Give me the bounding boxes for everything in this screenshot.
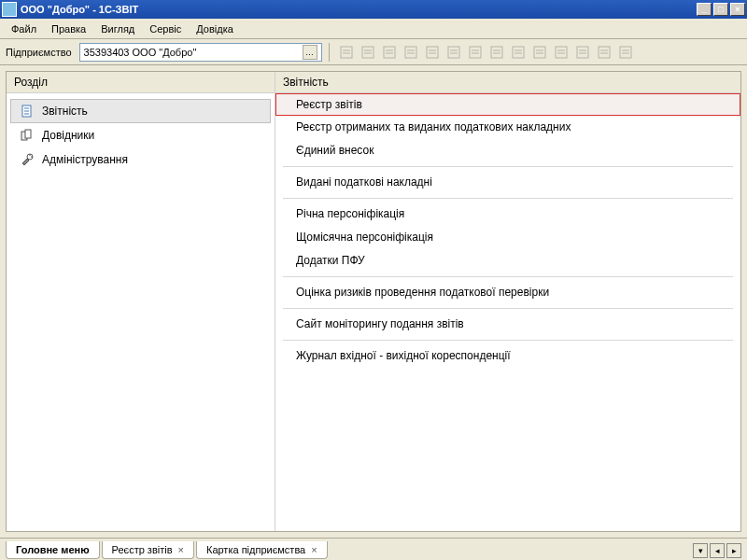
- list-item[interactable]: Оцінка ризиків проведення податкової пер…: [275, 281, 740, 304]
- svg-rect-3: [362, 47, 374, 58]
- right-panel-header: Звітність: [275, 72, 740, 93]
- tab-label: Реєстр звітів: [112, 544, 173, 555]
- enterprise-picker-button[interactable]: …: [303, 45, 317, 60]
- toolbar-separator: [329, 43, 330, 62]
- paste-icon[interactable]: [422, 42, 443, 63]
- list-item[interactable]: Річна персоніфікація: [275, 203, 740, 226]
- maximize-button[interactable]: □: [713, 3, 728, 16]
- toolbar-icons: [336, 42, 636, 63]
- svg-rect-27: [534, 47, 545, 58]
- svg-rect-12: [427, 47, 438, 58]
- tabs-container: Головне менюРеєстр звітів×Картка підприє…: [6, 542, 330, 560]
- tabs-bar: Головне менюРеєстр звітів×Картка підприє…: [0, 538, 747, 560]
- sidebar-item-label: Довідники: [42, 129, 94, 142]
- tab[interactable]: Реєстр звітів×: [102, 541, 194, 559]
- window-titlebar: ООО "Добро" - 1С-ЗВІТ _ □ ×: [0, 0, 747, 19]
- menubar: Файл Правка Вигляд Сервіс Довідка: [0, 19, 747, 39]
- tab-close-icon[interactable]: ×: [178, 544, 184, 555]
- sidebar-item-label: Звітність: [42, 105, 88, 118]
- tabs-menu-button[interactable]: ▾: [693, 543, 708, 558]
- list-item[interactable]: Реєстр отриманих та виданих податкових н…: [275, 116, 740, 139]
- svg-rect-0: [341, 47, 352, 58]
- tabs-scroll-right[interactable]: ▸: [726, 543, 741, 558]
- group-separator: [283, 308, 733, 309]
- cut-icon[interactable]: [594, 42, 614, 63]
- tab[interactable]: Головне меню: [6, 541, 100, 559]
- svg-rect-6: [384, 47, 395, 58]
- help-icon[interactable]: [615, 42, 636, 63]
- svg-rect-36: [599, 47, 610, 58]
- filter-icon[interactable]: [572, 42, 593, 63]
- group-separator: [283, 166, 733, 167]
- print-icon[interactable]: [444, 42, 464, 63]
- copy-icon[interactable]: [379, 42, 400, 63]
- enterprise-label: Підприємство: [6, 47, 72, 58]
- sidebar-item-references[interactable]: Довідники: [10, 123, 271, 147]
- window-controls: _ □ ×: [697, 3, 745, 16]
- sidebar-item-tools[interactable]: Адміністрування: [10, 147, 271, 172]
- edit-icon[interactable]: [358, 42, 378, 63]
- find-icon[interactable]: [551, 42, 571, 63]
- list-item[interactable]: Реєстр звітів: [275, 93, 740, 116]
- enterprise-value: 35393403 ООО "Добро": [84, 47, 197, 58]
- app-icon: [2, 2, 17, 17]
- references-icon: [20, 128, 35, 143]
- open-icon[interactable]: [401, 42, 421, 63]
- svg-rect-30: [556, 47, 567, 58]
- svg-rect-24: [513, 47, 524, 58]
- globe-icon[interactable]: [465, 42, 486, 63]
- toolbar: Підприємство 35393403 ООО "Добро" …: [0, 39, 747, 65]
- list-item[interactable]: Додатки ПФУ: [275, 249, 740, 273]
- menu-service[interactable]: Сервіс: [142, 21, 189, 37]
- enterprise-input[interactable]: 35393403 ООО "Добро" …: [79, 43, 322, 62]
- group-separator: [283, 198, 733, 199]
- tabs-scroll-left[interactable]: ◂: [710, 543, 725, 558]
- list-item[interactable]: Сайт моніторингу подання звітів: [275, 313, 740, 336]
- close-button[interactable]: ×: [730, 3, 745, 16]
- menu-help[interactable]: Довідка: [189, 21, 241, 37]
- svg-rect-18: [470, 47, 481, 58]
- right-panel-body: Реєстр звітівРеєстр отриманих та виданих…: [275, 93, 740, 368]
- main-area: Розділ ЗвітністьДовідникиАдміністрування…: [0, 65, 747, 538]
- left-panel: Розділ ЗвітністьДовідникиАдміністрування: [7, 72, 275, 531]
- tabs-scroll: ▾ ◂ ▸: [693, 543, 741, 560]
- right-panel: Звітність Реєстр звітівРеєстр отриманих …: [275, 72, 740, 531]
- svg-rect-33: [577, 47, 588, 58]
- svg-rect-9: [405, 47, 416, 58]
- tab-label: Головне меню: [16, 544, 90, 555]
- window-title: ООО "Добро" - 1С-ЗВІТ: [21, 4, 697, 15]
- menu-edit[interactable]: Правка: [44, 21, 93, 37]
- group-separator: [283, 276, 733, 277]
- tab[interactable]: Картка підприємства×: [196, 541, 328, 559]
- svg-rect-15: [448, 47, 459, 58]
- sidebar-item-label: Адміністрування: [42, 153, 128, 166]
- tab-close-icon[interactable]: ×: [311, 544, 317, 555]
- sidebar-item-document[interactable]: Звітність: [10, 99, 271, 123]
- list-item[interactable]: Щомісячна персоніфікація: [275, 226, 740, 249]
- list-item[interactable]: Єдиний внесок: [275, 139, 740, 162]
- left-panel-header: Розділ: [7, 72, 275, 93]
- menu-file[interactable]: Файл: [4, 21, 44, 37]
- list-item[interactable]: Журнал вхідної - вихідної кореспонденції: [275, 344, 740, 368]
- minimize-button[interactable]: _: [697, 3, 712, 16]
- list-item[interactable]: Видані податкові накладні: [275, 171, 740, 194]
- content-frame: Розділ ЗвітністьДовідникиАдміністрування…: [6, 71, 741, 532]
- new-icon[interactable]: [336, 42, 357, 63]
- send-icon[interactable]: [529, 42, 550, 63]
- group-separator: [283, 340, 733, 341]
- export-icon[interactable]: [508, 42, 529, 63]
- svg-rect-47: [25, 130, 31, 138]
- svg-rect-21: [491, 47, 502, 58]
- left-panel-body: ЗвітністьДовідникиАдміністрування: [7, 93, 275, 177]
- tools-icon: [20, 152, 35, 167]
- menu-view[interactable]: Вигляд: [93, 21, 142, 37]
- svg-rect-39: [620, 47, 631, 58]
- tab-label: Картка підприємства: [206, 544, 305, 555]
- mail-icon[interactable]: [486, 42, 507, 63]
- document-icon: [20, 104, 35, 119]
